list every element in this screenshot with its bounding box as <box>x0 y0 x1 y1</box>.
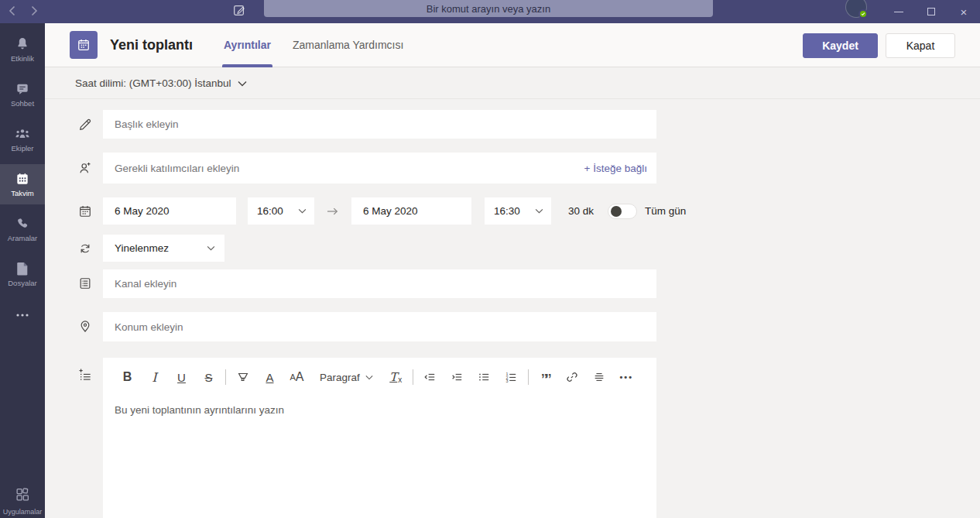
sidebar-item-label: Etkinlik <box>11 54 34 63</box>
agenda-icon <box>77 358 103 518</box>
tab-scheduling-assistant[interactable]: Zamanlama Yardımcısı <box>282 23 414 67</box>
end-time-select[interactable]: 16:30 <box>485 197 551 225</box>
close-button[interactable]: Kapat <box>886 33 955 58</box>
channel-input[interactable] <box>103 269 656 298</box>
add-optional-attendees-link[interactable]: + İsteğe bağlı <box>584 153 647 184</box>
more-formatting-options-button[interactable]: ••• <box>613 367 640 387</box>
pencil-icon <box>77 110 103 139</box>
description-placeholder: Bu yeni toplantının ayrıntılarını yazın <box>103 393 656 416</box>
forward-icon[interactable] <box>29 5 39 17</box>
channel-icon <box>77 269 103 298</box>
meeting-form-pane: Yeni toplantı Ayrıntılar Zamanlama Yardı… <box>45 23 980 518</box>
indent-button[interactable] <box>444 367 471 387</box>
highlight-button[interactable] <box>229 367 256 387</box>
sidebar-item-label: Ekipler <box>11 144 33 153</box>
back-icon[interactable] <box>8 5 17 17</box>
save-button[interactable]: Kaydet <box>803 33 878 58</box>
chevron-down-icon <box>535 208 543 214</box>
sidebar-item-apps[interactable]: Uygulamalar <box>0 486 45 516</box>
underline-button[interactable]: U <box>168 367 195 387</box>
sidebar-item-label: Dosyalar <box>8 279 37 287</box>
app-rail: Etkinlik Sohbet Ekipler Takvim Aramalar … <box>0 23 45 518</box>
calendar-small-icon <box>77 204 103 219</box>
strikethrough-button[interactable]: S <box>195 367 222 387</box>
teams-app-window: Bir komut arayın veya yazın × Etkinlik S… <box>0 0 980 518</box>
toolbar-divider <box>528 369 529 385</box>
attendees-field: + İsteğe bağlı <box>103 153 656 184</box>
location-input[interactable] <box>103 312 656 341</box>
start-date-input[interactable] <box>103 197 236 225</box>
teams-icon <box>14 126 31 142</box>
command-search-input[interactable]: Bir komut arayın veya yazın <box>264 0 713 17</box>
chevron-down-icon <box>238 81 247 87</box>
sidebar-item-teams[interactable]: Ekipler <box>0 119 45 160</box>
minimize-button[interactable] <box>882 0 915 23</box>
all-day-toggle[interactable] <box>608 204 637 219</box>
active-tab-underline <box>222 64 272 67</box>
bulleted-list-button[interactable] <box>471 367 498 387</box>
location-pin-icon <box>77 312 103 341</box>
italic-button[interactable]: I <box>141 367 168 387</box>
duration-label: 30 dk <box>568 205 594 217</box>
font-size-button[interactable]: AA <box>283 367 310 387</box>
new-chat-icon[interactable] <box>232 3 246 20</box>
toolbar-divider <box>225 369 226 385</box>
sidebar-item-label: Sohbet <box>11 99 34 108</box>
font-color-button[interactable]: A <box>256 367 283 387</box>
toggle-knob <box>611 206 622 217</box>
chevron-down-icon <box>207 245 215 251</box>
all-day-label: Tüm gün <box>645 205 686 217</box>
chevron-down-icon <box>365 375 373 380</box>
bold-button[interactable]: B <box>114 367 141 387</box>
quote-button[interactable]: ”” <box>532 367 559 387</box>
presence-available-icon <box>858 9 868 19</box>
chevron-down-icon <box>298 208 307 214</box>
numbered-list-button[interactable]: 123 <box>498 367 525 387</box>
formatting-toolbar: B I U S A AA <box>103 358 656 393</box>
header-tabs: Ayrıntılar Zamanlama Yardımcısı <box>213 23 414 67</box>
page-header: Yeni toplantı Ayrıntılar Zamanlama Yardı… <box>45 23 980 67</box>
calendar-icon <box>15 171 30 187</box>
repeat-icon <box>77 241 103 256</box>
link-button[interactable] <box>559 367 586 387</box>
sidebar-item-chat[interactable]: Sohbet <box>0 74 45 115</box>
maximize-button[interactable] <box>915 0 947 23</box>
sidebar-item-files[interactable]: Dosyalar <box>0 254 45 294</box>
timezone-label: Saat dilimi: (GMT+03:00) İstanbul <box>75 77 231 89</box>
sidebar-item-calendar[interactable]: Takvim <box>0 164 45 204</box>
phone-icon <box>15 216 30 232</box>
outdent-button[interactable] <box>416 367 444 387</box>
sidebar-item-activity[interactable]: Etkinlik <box>0 29 45 70</box>
timezone-selector[interactable]: Saat dilimi: (GMT+03:00) İstanbul <box>45 67 980 99</box>
start-time-select[interactable]: 16:00 <box>248 197 314 225</box>
svg-text:3: 3 <box>506 379 509 383</box>
chat-icon <box>15 81 30 97</box>
meeting-form: + İsteğe bağlı 16:00 <box>45 99 980 518</box>
new-meeting-calendar-icon <box>70 31 98 59</box>
toolbar-divider <box>413 369 413 385</box>
page-title: Yeni toplantı <box>110 37 193 53</box>
avatar[interactable] <box>845 0 867 18</box>
tab-details[interactable]: Ayrıntılar <box>213 23 282 67</box>
file-icon <box>15 261 29 276</box>
required-attendees-input[interactable] <box>103 153 505 184</box>
bell-icon <box>15 36 30 52</box>
horizontal-rule-icon[interactable] <box>586 367 613 387</box>
sidebar-item-label: Uygulamalar <box>3 508 43 516</box>
clear-formatting-button[interactable]: Tx <box>382 367 409 387</box>
title-bar: Bir komut arayın veya yazın × <box>0 0 980 23</box>
add-person-icon <box>77 153 103 184</box>
sidebar-item-calls[interactable]: Aramalar <box>0 209 45 249</box>
title-input[interactable] <box>103 110 656 139</box>
description-editor[interactable]: B I U S A AA <box>103 358 656 518</box>
apps-icon <box>14 486 31 506</box>
paragraph-style-select[interactable]: Paragraf <box>310 367 382 387</box>
close-window-button[interactable]: × <box>947 0 980 23</box>
more-apps-icon[interactable] <box>0 304 45 327</box>
arrow-right-icon <box>314 206 351 217</box>
search-placeholder: Bir komut arayın veya yazın <box>427 3 550 15</box>
end-date-input[interactable] <box>351 197 471 225</box>
sidebar-item-label: Takvim <box>11 189 34 197</box>
sidebar-item-label: Aramalar <box>8 234 38 242</box>
recurrence-select[interactable]: Yinelenmez <box>103 235 224 262</box>
